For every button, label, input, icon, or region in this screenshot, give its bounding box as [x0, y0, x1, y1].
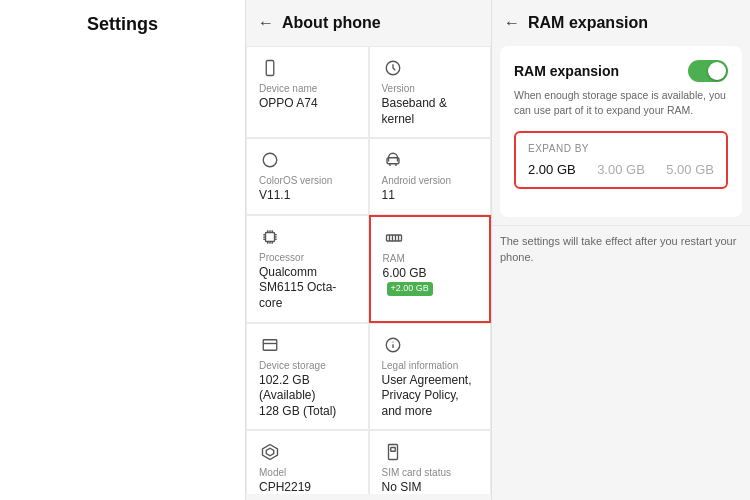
- svg-rect-19: [266, 61, 274, 76]
- device-name-value: OPPO A74: [259, 96, 356, 112]
- sim-icon: [382, 441, 404, 463]
- version-cell: Version Baseband & kernel: [369, 46, 492, 138]
- ram-expansion-toggle[interactable]: [688, 60, 728, 82]
- device-storage-cell: Device storage 102.2 GB (Available)128 G…: [246, 323, 369, 431]
- expand-option-2gb[interactable]: 2.00 GB: [528, 162, 576, 177]
- ram-expansion-description: When enough storage space is available, …: [514, 88, 728, 117]
- processor-value: Qualcomm SM6115 Octa-core: [259, 265, 356, 312]
- ram-expansion-content: RAM expansion When enough storage space …: [500, 46, 742, 217]
- ram-badge: +2.00 GB: [387, 282, 433, 296]
- ram-restart-note: The settings will take effect after you …: [492, 234, 750, 265]
- svg-rect-38: [386, 235, 401, 241]
- svg-rect-50: [388, 445, 397, 460]
- about-grid: Device name OPPO A74 Version Baseband & …: [246, 42, 491, 494]
- expand-by-box: EXPAND BY 2.00 GB 3.00 GB 5.00 GB: [514, 131, 728, 189]
- about-back-button[interactable]: ←: [258, 14, 274, 32]
- ram-title-row: RAM expansion: [514, 60, 728, 82]
- model-label: Model: [259, 467, 356, 478]
- ram-label: RAM: [383, 253, 478, 264]
- version-label: Version: [382, 83, 479, 94]
- sim-status-cell: SIM card status No SIM: [369, 430, 492, 494]
- svg-point-47: [392, 341, 393, 342]
- expand-option-5gb[interactable]: 5.00 GB: [666, 162, 714, 177]
- processor-icon: [259, 226, 281, 248]
- svg-marker-48: [263, 445, 278, 460]
- ram-expansion-title: RAM expansion: [528, 14, 648, 32]
- ram-back-button[interactable]: ←: [504, 14, 520, 32]
- processor-label: Processor: [259, 252, 356, 263]
- legal-icon: [382, 334, 404, 356]
- settings-panel: Settings Battery › Digital Wellbeing & p…: [0, 0, 246, 500]
- color-os-value: V11.1: [259, 188, 356, 204]
- ram-expansion-label: RAM expansion: [514, 63, 619, 79]
- color-os-icon: [259, 149, 281, 171]
- device-name-label: Device name: [259, 83, 356, 94]
- device-storage-label: Device storage: [259, 360, 356, 371]
- device-name-cell: Device name OPPO A74: [246, 46, 369, 138]
- color-os-cell: ColorOS version V11.1: [246, 138, 369, 215]
- svg-rect-43: [263, 339, 277, 350]
- phone-icon: [259, 57, 281, 79]
- model-icon: [259, 441, 281, 463]
- svg-rect-25: [266, 232, 275, 241]
- svg-point-21: [263, 153, 277, 167]
- ram-value: 6.00 GB +2.00 GB: [383, 266, 478, 297]
- device-storage-value: 102.2 GB (Available)128 GB (Total): [259, 373, 356, 420]
- processor-cell: Processor Qualcomm SM6115 Octa-core: [246, 215, 369, 323]
- ram-divider: [492, 225, 750, 226]
- version-value: Baseband & kernel: [382, 96, 479, 127]
- svg-marker-49: [266, 449, 274, 457]
- model-value: CPH2219: [259, 480, 356, 494]
- about-phone-header: ← About phone: [246, 0, 491, 42]
- legal-value: User Agreement, Privacy Policy, and more: [382, 373, 479, 420]
- expand-option-3gb[interactable]: 3.00 GB: [597, 162, 645, 177]
- android-icon: [382, 149, 404, 171]
- about-phone-panel: ← About phone Device name OPPO A74 Versi…: [246, 0, 492, 500]
- ram-icon: [383, 227, 405, 249]
- ram-expansion-panel: ← RAM expansion RAM expansion When enoug…: [492, 0, 750, 500]
- svg-rect-51: [390, 448, 395, 452]
- sim-label: SIM card status: [382, 467, 479, 478]
- android-cell: Android version 11: [369, 138, 492, 215]
- expand-by-label: EXPAND BY: [528, 143, 714, 154]
- expand-options: 2.00 GB 3.00 GB 5.00 GB: [528, 162, 714, 177]
- legal-label: Legal information: [382, 360, 479, 371]
- device-storage-icon: [259, 334, 281, 356]
- about-phone-title: About phone: [282, 14, 381, 32]
- android-label: Android version: [382, 175, 479, 186]
- settings-title: Settings: [0, 0, 246, 500]
- sim-value: No SIM: [382, 480, 479, 494]
- ram-header: ← RAM expansion: [492, 0, 750, 42]
- color-os-label: ColorOS version: [259, 175, 356, 186]
- ram-cell: RAM 6.00 GB +2.00 GB: [369, 215, 492, 323]
- android-value: 11: [382, 188, 479, 204]
- model-cell: Model CPH2219: [246, 430, 369, 494]
- version-icon: [382, 57, 404, 79]
- legal-cell: Legal information User Agreement, Privac…: [369, 323, 492, 431]
